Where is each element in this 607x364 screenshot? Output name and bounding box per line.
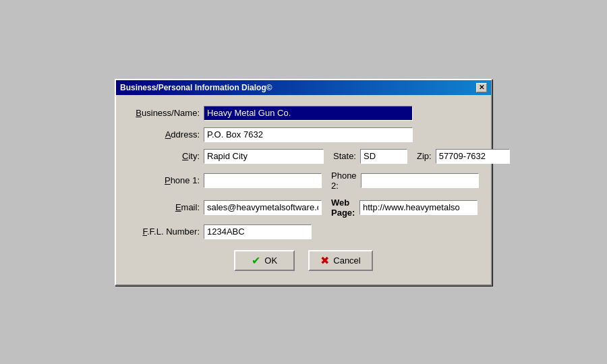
dialog-body: Business/Name: Address: City: State: Zip… [116,95,491,284]
cancel-label: Cancel [333,255,360,266]
address-label: Address: [129,129,204,140]
business-name-row: Business/Name: [129,106,478,121]
city-state-zip-row: City: State: Zip: [129,149,478,164]
state-label: State: [324,151,360,161]
button-row: ✔ OK ✖ Cancel [129,250,478,271]
business-info-dialog: Business/Personal Information Dialog© ✕ … [115,79,492,286]
ffl-row: F.F.L. Number: [129,224,478,239]
close-button[interactable]: ✕ [476,83,487,92]
ffl-label: F.F.L. Number: [129,226,204,237]
phone1-input[interactable] [204,173,322,188]
ok-icon: ✔ [252,254,260,267]
zip-label: Zip: [407,151,436,161]
address-row: Address: [129,127,478,142]
dialog-title: Business/Personal Information Dialog© [120,83,272,92]
email-input[interactable] [204,200,322,215]
email-label: Email: [129,202,204,212]
email-webpage-row: Email: Web Page: [129,198,478,218]
phone-row: Phone 1: Phone 2: [129,171,478,191]
city-label: City: [129,151,204,161]
phone2-input[interactable] [361,173,479,188]
webpage-label: Web Page: [322,198,359,218]
business-name-label: Business/Name: [129,108,204,118]
cancel-icon: ✖ [320,254,329,267]
zip-input[interactable] [436,149,510,164]
title-bar: Business/Personal Information Dialog© ✕ [116,80,491,95]
ok-button[interactable]: ✔ OK [234,250,295,271]
address-input[interactable] [204,127,413,142]
phone1-label: Phone 1: [129,175,204,185]
state-input[interactable] [360,149,407,164]
city-input[interactable] [204,149,324,164]
ffl-input[interactable] [204,224,312,239]
webpage-input[interactable] [359,200,478,215]
cancel-button[interactable]: ✖ Cancel [308,250,372,271]
business-name-input[interactable] [204,106,413,121]
phone2-label: Phone 2: [322,171,361,191]
ok-label: OK [264,255,277,266]
